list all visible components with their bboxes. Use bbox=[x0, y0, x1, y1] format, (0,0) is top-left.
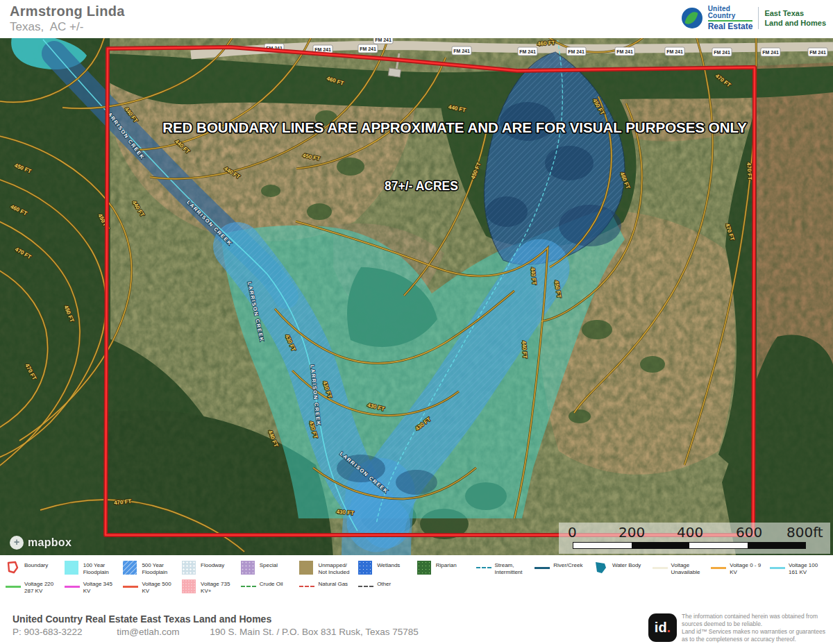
road-shield-label: FM 241 bbox=[616, 49, 633, 54]
legend-item-floodway: Floodway bbox=[182, 561, 241, 575]
map-legend: Boundary 100 Year Floodplain 500 Year Fl… bbox=[0, 556, 833, 611]
mapbox-attribution: mapbox bbox=[10, 536, 71, 550]
legend-item-water-body: Water Body bbox=[594, 561, 653, 575]
map-canvas: 460 FT 450 FT 440 FT 460 FT 450 FT 450 F… bbox=[0, 38, 833, 555]
swatch-natural-gas-line bbox=[299, 586, 314, 587]
legend-item-natural-gas: Natural Gas bbox=[299, 579, 358, 594]
legend-item-voltage-220-287: Voltage 220 287 KV bbox=[6, 579, 65, 594]
swatch-voltage-unavailable-line bbox=[653, 567, 668, 569]
united-country-logo: United Country Real Estate East Texas La… bbox=[682, 6, 826, 31]
legend-item-riparian: Riparian bbox=[417, 561, 476, 575]
scale-tick: 200 bbox=[619, 524, 645, 541]
mapbox-icon bbox=[10, 536, 24, 550]
swatch-wetlands bbox=[358, 561, 372, 575]
road-shield-label: FM 241 bbox=[375, 38, 392, 42]
swatch-100yr bbox=[65, 561, 78, 575]
footer-contact-line: P: 903-683-3222 tim@etlah.com 190 S. Mai… bbox=[12, 627, 419, 637]
brand-divider bbox=[758, 7, 759, 29]
scale-tick: 400 bbox=[677, 524, 703, 541]
wetlands-patch bbox=[396, 470, 437, 495]
legend-item-special: Special bbox=[241, 561, 300, 575]
road-shield-label: FM 241 bbox=[453, 49, 470, 53]
footer-disclaimer: The information contained herein was obt… bbox=[682, 613, 831, 643]
swatch-stream-line bbox=[476, 567, 491, 568]
legend-item-500yr-floodplain: 500 Year Floodplain bbox=[123, 561, 182, 575]
legend-item-unmapped: Unmapped/ Not Included bbox=[299, 561, 358, 575]
legend-item-stream-intermittent: Stream, Intermittent bbox=[476, 561, 535, 575]
legend-item-100yr-floodplain: 100 Year Floodplain bbox=[65, 561, 124, 575]
legend-row-2: Voltage 220 287 KV Voltage 345 KV Voltag… bbox=[6, 579, 833, 594]
road-shield-label: FM 241 bbox=[360, 46, 376, 51]
road-shield-label: FM 241 bbox=[809, 50, 826, 55]
acreage-text: 87+/- ACRES bbox=[385, 179, 458, 193]
swatch-voltage-220-287-line bbox=[6, 586, 21, 588]
swatch-voltage-345-line bbox=[65, 586, 80, 588]
legend-item-voltage-0-9: Voltage 0 - 9 KV bbox=[711, 561, 770, 575]
scale-bar: 0 200 400 600 800ft bbox=[559, 523, 830, 554]
legend-item-voltage-735: Voltage 735 KV+ bbox=[182, 579, 241, 594]
brand-region-line1: East Texas bbox=[764, 8, 826, 18]
swatch-other-line bbox=[358, 586, 373, 587]
swatch-special bbox=[241, 561, 255, 575]
swatch-voltage-500-line bbox=[123, 586, 138, 588]
svg-text:460 FT: 460 FT bbox=[537, 40, 555, 47]
road-shield-label: FM 241 bbox=[519, 49, 536, 54]
road-shield-label: FM 241 bbox=[714, 50, 730, 55]
brand-region-line2: Land and Homes bbox=[764, 18, 826, 28]
road-shield-label: FM 241 bbox=[568, 49, 584, 54]
swatch-voltage-0-9-line bbox=[711, 567, 726, 569]
water-body-icon bbox=[594, 561, 609, 575]
boundary-disclaimer-text: RED BOUNDARY LINES ARE APPROXIMATE AND A… bbox=[162, 119, 747, 135]
legend-item-voltage-unavailable: Voltage Unavailable bbox=[653, 561, 712, 575]
brand-org-line3: Real Estate bbox=[708, 20, 753, 31]
footer-email[interactable]: tim@etlah.com bbox=[117, 627, 179, 637]
page-title: Armstrong Linda bbox=[10, 3, 125, 19]
legend-item-voltage-345: Voltage 345 KV bbox=[65, 579, 124, 594]
svg-text:440 FT: 440 FT bbox=[521, 341, 528, 359]
legend-item-wetlands: Wetlands bbox=[358, 561, 417, 575]
legend-item-other: Other bbox=[358, 579, 417, 594]
footer-company-name: United Country Real Estate East Texas La… bbox=[12, 613, 271, 625]
scale-tick: 0 bbox=[568, 524, 577, 541]
swatch-voltage-100-161-line bbox=[770, 567, 785, 569]
wetlands-patch bbox=[545, 146, 594, 180]
footer-phone: P: 903-683-3222 bbox=[12, 627, 83, 637]
mapbox-wordmark: mapbox bbox=[28, 536, 71, 549]
legend-item-crude-oil: Crude Oil bbox=[241, 579, 300, 594]
united-country-leaf-icon bbox=[682, 8, 702, 28]
boundary-outline-icon bbox=[6, 561, 21, 575]
road-shield-label: FM 241 bbox=[762, 50, 779, 55]
brand-org-line2: Country bbox=[708, 12, 753, 19]
scale-bar-segments bbox=[573, 542, 806, 549]
swatch-riparian bbox=[417, 561, 431, 575]
swatch-crude-oil-line bbox=[241, 586, 256, 587]
footer-address: 190 S. Main St. / P.O. Box 831 Rusk, Tex… bbox=[210, 627, 418, 637]
report-footer: United Country Real Estate East Texas La… bbox=[0, 611, 833, 644]
road-shield-label: FM 241 bbox=[314, 47, 331, 52]
property-map: 460 FT 450 FT 440 FT 460 FT 450 FT 450 F… bbox=[0, 38, 833, 555]
wetlands-patch bbox=[559, 205, 621, 246]
swatch-500yr bbox=[123, 561, 137, 575]
scale-tick: 600 bbox=[736, 524, 762, 541]
legend-row-1: Boundary 100 Year Floodplain 500 Year Fl… bbox=[6, 561, 833, 575]
scale-tick: 800ft bbox=[786, 524, 823, 541]
legend-item-river-creek: River/Creek bbox=[535, 561, 594, 575]
swatch-voltage-735 bbox=[182, 579, 196, 593]
road-shield-label: FM 241 bbox=[666, 49, 683, 54]
legend-item-boundary: Boundary bbox=[6, 561, 65, 575]
report-header: Armstrong Linda Texas, AC +/- United Cou… bbox=[0, 0, 833, 38]
land-id-map-report: Armstrong Linda Texas, AC +/- United Cou… bbox=[0, 0, 833, 644]
swatch-floodway bbox=[182, 561, 196, 575]
wetlands-patch bbox=[486, 196, 528, 227]
building-roof bbox=[388, 68, 401, 77]
swatch-river-line bbox=[535, 567, 550, 569]
legend-item-voltage-500: Voltage 500 KV bbox=[123, 579, 182, 594]
page-subtitle: Texas, AC +/- bbox=[10, 20, 83, 34]
swatch-unmapped bbox=[299, 561, 313, 575]
land-id-logo: id. bbox=[648, 613, 677, 642]
svg-text:470 FT: 470 FT bbox=[746, 162, 753, 180]
legend-item-voltage-100-161: Voltage 100 161 KV bbox=[770, 561, 829, 575]
